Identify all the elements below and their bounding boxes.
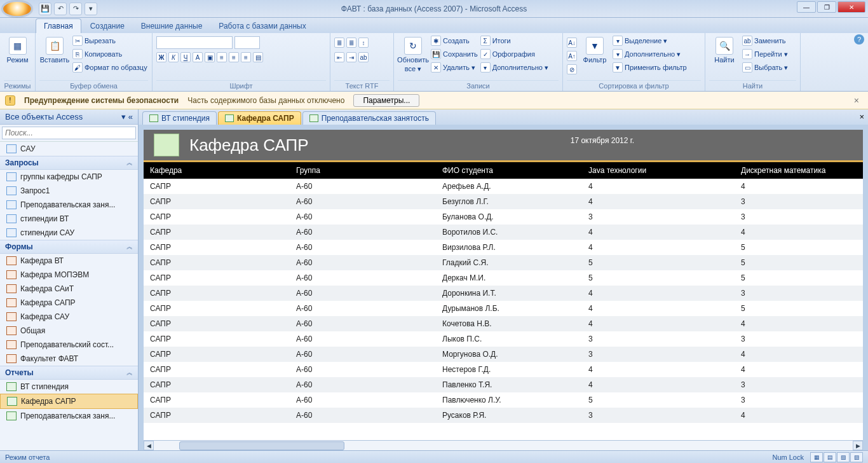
table-row[interactable]: САПРА-60Дурыманов Л.Б.45 [144,301,863,316]
nav-item[interactable]: Кафедра САПР [0,296,138,310]
italic-icon[interactable]: К [168,52,179,62]
tab-close-button[interactable]: × [859,112,864,121]
nav-item[interactable]: САУ [0,142,138,156]
fill-color-icon[interactable]: ▣ [205,52,215,62]
goto-button[interactable]: →Перейти ▾ [742,48,788,60]
underline-icon[interactable]: Ч [180,52,191,62]
table-row[interactable]: САПРА-60Безуглов Л.Г.43 [144,194,863,209]
highlight-icon[interactable]: ab [358,52,369,62]
office-button[interactable] [2,1,32,17]
nav-group-reports[interactable]: Отчеты︽ [0,366,138,380]
paste-button[interactable]: 📋Вставить [39,34,70,64]
table-row[interactable]: САПРА-60Лыков П.С.33 [144,331,863,347]
close-button[interactable]: ✕ [837,1,865,13]
sort-desc-icon[interactable]: A↑ [567,51,577,61]
document-tab[interactable]: Преподавательская занятость [302,111,436,125]
minimize-button[interactable]: — [797,1,816,13]
table-row[interactable]: САПРА-60Кочетова Н.В.44 [144,316,863,331]
maximize-button[interactable]: ❐ [817,1,836,13]
list-bullet-icon[interactable]: ≣ [334,38,344,48]
nav-item[interactable]: ВТ стипендия [0,380,138,394]
advanced-filter-button[interactable]: ▾Дополнительно ▾ [613,48,687,60]
font-color-icon[interactable]: A [193,52,203,62]
more-records-button[interactable]: ▾Дополнительно ▾ [480,61,548,74]
align-center-icon[interactable]: ≡ [229,52,239,62]
copy-button[interactable]: ⎘Копировать [72,48,147,60]
nav-item[interactable]: Кафедра САПР [0,394,138,409]
format-painter-button[interactable]: 🖌Формат по образцу [72,61,147,74]
font-family-selector[interactable] [156,36,233,49]
undo-icon[interactable]: ↶ [54,3,67,15]
nav-item[interactable]: Преподавательская заня... [0,409,138,423]
spelling-button[interactable]: ✓Орфография [480,48,548,60]
table-row[interactable]: САПРА-60Вирзилова Р.Л.45 [144,240,863,255]
table-row[interactable]: САПРА-60Павлюченко Л.У.53 [144,392,863,408]
qat-customize-icon[interactable]: ▾ [85,3,97,15]
nav-item[interactable]: Кафедра САиТ [0,282,138,296]
new-record-button[interactable]: ✱Создать [431,34,478,47]
find-button[interactable]: 🔍Найти [709,34,740,64]
nav-item[interactable]: Кафедра ВТ [0,254,138,268]
totals-button[interactable]: ΣИтоги [480,34,548,47]
nav-group-forms[interactable]: Формы︽ [0,240,138,254]
font-size-selector[interactable] [234,36,260,49]
view-layout-icon[interactable]: ▧ [837,452,850,462]
table-row[interactable]: САПРА-60Гладкий С.Я.55 [144,255,863,270]
table-row[interactable]: САПРА-60Буланова О.Д.33 [144,209,863,225]
table-row[interactable]: САПРА-60Деркач М.И.55 [144,270,863,286]
document-tab[interactable]: Кафедра САПР [218,111,301,125]
view-button[interactable]: ▦Режим [4,34,31,64]
cut-button[interactable]: ✂Вырезать [72,34,147,47]
table-row[interactable]: САПРА-60Воротилов И.С.44 [144,225,863,240]
text-direction-icon[interactable]: ↕ [358,38,369,48]
document-tab[interactable]: ВТ стипендия [142,111,217,125]
nav-item[interactable]: Преподавательская заня... [0,198,138,212]
nav-item[interactable]: группы кафедры САПР [0,170,138,184]
nav-header[interactable]: Все объекты Access ▾ « [0,109,138,125]
list-number-icon[interactable]: ≣ [346,38,356,48]
view-print-icon[interactable]: ▤ [824,452,836,462]
nav-item[interactable]: стипендии САУ [0,226,138,240]
scroll-thumb[interactable] [179,441,344,450]
view-design-icon[interactable]: ▨ [850,452,863,462]
selection-filter-button[interactable]: ▾Выделение ▾ [613,34,687,47]
tab-home[interactable]: Главная [36,18,81,33]
table-row[interactable]: САПРА-60Павленко Т.Я.43 [144,377,863,392]
table-row[interactable]: САПРА-60Русаков Р.Я.34 [144,408,863,423]
table-row[interactable]: САПРА-60Доронкина И.Т.43 [144,286,863,301]
tab-database-tools[interactable]: Работа с базами данных [211,19,313,33]
nav-item[interactable]: Кафедра МОПЭВМ [0,268,138,282]
view-report-icon[interactable]: ▦ [810,452,823,462]
security-close-button[interactable]: × [850,95,863,106]
nav-item[interactable]: Преподавательский сост... [0,338,138,352]
security-options-button[interactable]: Параметры... [353,94,419,107]
indent-dec-icon[interactable]: ⇤ [334,52,344,62]
tab-external-data[interactable]: Внешние данные [133,19,210,33]
nav-group-queries[interactable]: Запросы︽ [0,156,138,170]
filter-button[interactable]: ▼Фильтр [580,34,610,64]
nav-item[interactable]: Общая [0,324,138,338]
replace-button[interactable]: abЗаменить [742,34,788,47]
help-icon[interactable]: ? [854,34,864,45]
tab-create[interactable]: Создание [83,19,132,33]
nav-item[interactable]: Запрос1 [0,184,138,198]
table-row[interactable]: САПРА-60Нестеров Г.Д.44 [144,362,863,377]
align-left-icon[interactable]: ≡ [217,52,227,62]
save-icon[interactable]: 💾 [39,3,51,15]
redo-icon[interactable]: ↷ [69,3,82,15]
indent-inc-icon[interactable]: ⇥ [346,52,356,62]
table-row[interactable]: САПРА-60Моргунова О.Д.34 [144,347,863,362]
nav-item[interactable]: стипендии ВТ [0,212,138,226]
scroll-left-icon[interactable]: ◀ [144,441,154,450]
sort-asc-icon[interactable]: A↓ [567,38,577,48]
align-right-icon[interactable]: ≡ [241,52,251,62]
toggle-filter-button[interactable]: ▼Применить фильтр [613,61,687,74]
scroll-right-icon[interactable]: ▶ [853,441,863,450]
nav-search-input[interactable] [2,127,136,139]
select-button[interactable]: ▭Выбрать ▾ [742,61,788,74]
horizontal-scrollbar[interactable]: ◀ ▶ [144,440,863,450]
nav-item[interactable]: Кафедра САУ [0,310,138,324]
save-record-button[interactable]: 💾Сохранить [431,48,478,60]
clear-sort-icon[interactable]: ⊘ [567,64,577,74]
bold-icon[interactable]: Ж [156,52,166,62]
